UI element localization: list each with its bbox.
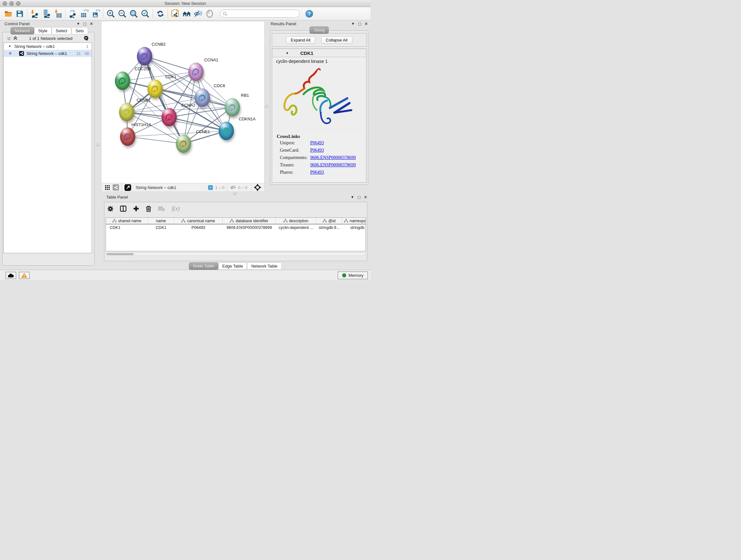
column-header-namespace[interactable]: namespace bbox=[342, 218, 366, 224]
left-splitter-handle[interactable] bbox=[96, 143, 100, 146]
help-button[interactable]: ? bbox=[306, 10, 313, 17]
table-cell[interactable]: stringdb bbox=[342, 225, 366, 231]
collapse-all-button[interactable]: Collapse All bbox=[321, 37, 352, 44]
panel-float-icon[interactable]: ▢ bbox=[358, 22, 361, 25]
network-options-gear-icon[interactable] bbox=[84, 36, 89, 41]
network-node-CCNE1[interactable] bbox=[176, 134, 191, 153]
selected-checkbox[interactable]: ✓ bbox=[208, 185, 213, 190]
delete-column-icon[interactable] bbox=[146, 206, 151, 212]
zoom-fit-button[interactable] bbox=[128, 8, 139, 19]
network-node-CDKN1A[interactable] bbox=[219, 122, 234, 140]
toolbar-separator bbox=[152, 9, 153, 18]
add-column-icon[interactable] bbox=[133, 206, 139, 212]
column-header-name[interactable]: name bbox=[148, 218, 174, 224]
show-hide-graphics-button[interactable] bbox=[192, 8, 204, 19]
network-canvas[interactable]: CCNB2CCNA1CDC25BCDK1CDC6RB1CCNB1CCNA2CDK… bbox=[102, 21, 264, 183]
tab-edge-table[interactable]: Edge Table bbox=[218, 262, 247, 270]
panel-close-icon[interactable]: ✕ bbox=[90, 22, 93, 26]
tab-node-table[interactable]: Node Table bbox=[189, 262, 218, 270]
panel-menu-icon[interactable]: ▼ bbox=[351, 195, 354, 199]
network-node-CCNA2[interactable] bbox=[161, 108, 177, 126]
zoom-out-button[interactable] bbox=[117, 8, 128, 19]
export-table-button[interactable] bbox=[78, 8, 90, 19]
panel-close-icon[interactable]: ✕ bbox=[364, 195, 367, 199]
import-network-database-button[interactable] bbox=[41, 8, 52, 19]
export-image-button[interactable] bbox=[90, 8, 102, 19]
network-node-CCNB1[interactable] bbox=[119, 103, 134, 121]
cdk1-section-header[interactable]: ▼ CDK1 bbox=[272, 49, 366, 57]
memory-button[interactable]: Memory bbox=[338, 271, 368, 279]
network-node-CCNA1[interactable] bbox=[188, 63, 204, 81]
crosslink-link[interactable]: P06493 bbox=[310, 148, 324, 153]
section-collapse-icon[interactable]: ▼ bbox=[286, 51, 289, 55]
birds-eye-view-button[interactable] bbox=[204, 8, 215, 19]
new-network-from-selection-button[interactable] bbox=[170, 8, 181, 19]
crosslink-link[interactable]: P06493 bbox=[310, 170, 324, 175]
share-view-icon[interactable] bbox=[113, 184, 119, 191]
tab-string-results[interactable]: String bbox=[310, 26, 329, 34]
control-panel: Control Panel ▼ ▢ ✕ Network Style Select… bbox=[2, 21, 95, 266]
network-node-HIST1H1A[interactable] bbox=[120, 127, 135, 146]
expand-all-networks-icon[interactable] bbox=[13, 36, 17, 41]
table-options-gear-icon[interactable] bbox=[108, 206, 113, 212]
panel-menu-icon[interactable]: ▼ bbox=[351, 22, 355, 25]
panel-close-icon[interactable]: ✕ bbox=[364, 22, 368, 26]
table-cell[interactable]: CDK1 bbox=[106, 225, 148, 231]
warnings-button[interactable] bbox=[19, 272, 30, 279]
column-header-description[interactable]: description bbox=[276, 218, 316, 224]
panel-float-icon[interactable]: ▢ bbox=[83, 22, 86, 25]
control-panel-tabs: Network Style Select Sets bbox=[10, 27, 88, 35]
panel-menu-icon[interactable]: ▼ bbox=[77, 22, 80, 25]
import-table-file-button[interactable] bbox=[52, 8, 64, 19]
column-header-shared-name[interactable]: shared name bbox=[106, 218, 148, 224]
network-node-CDC6[interactable] bbox=[195, 88, 210, 107]
show-columns-icon[interactable] bbox=[120, 206, 126, 212]
crosshair-icon[interactable] bbox=[254, 184, 261, 191]
first-neighbors-button[interactable] bbox=[181, 8, 192, 19]
cloud-status-button[interactable] bbox=[5, 272, 16, 279]
network-view-toolbar: String Network – cdk1 ✓ 1 – 0 0 – 0 bbox=[102, 183, 264, 192]
save-session-button[interactable] bbox=[14, 8, 25, 19]
expand-all-button[interactable]: Expand All bbox=[286, 37, 315, 44]
network-collection-row[interactable]: ▼ String Network – cdk1 1 bbox=[4, 43, 91, 50]
panel-float-icon[interactable]: ▢ bbox=[357, 195, 360, 199]
table-cell[interactable]: P06493 bbox=[174, 225, 223, 231]
column-header--id[interactable]: @id bbox=[316, 218, 342, 224]
search-input[interactable] bbox=[220, 10, 300, 17]
export-network-button[interactable] bbox=[67, 8, 78, 19]
hidden-eye-slash-icon[interactable] bbox=[230, 185, 236, 190]
column-header-database-identifier[interactable]: database identifier bbox=[223, 218, 276, 224]
tab-select[interactable]: Select bbox=[52, 27, 71, 35]
table-cell[interactable]: cyclin-dependent ... bbox=[276, 225, 316, 231]
zoom-in-button[interactable] bbox=[105, 8, 117, 19]
tab-sets[interactable]: Sets bbox=[71, 27, 88, 35]
tab-network[interactable]: Network bbox=[10, 27, 34, 35]
network-node-CDK1[interactable] bbox=[147, 79, 163, 98]
network-node-RB1[interactable] bbox=[225, 98, 240, 117]
network-row-selected[interactable]: String Network – cdk1 11 48 bbox=[4, 50, 91, 57]
tab-style[interactable]: Style bbox=[34, 27, 52, 35]
open-session-button[interactable] bbox=[3, 8, 14, 19]
view-grid-icon[interactable] bbox=[105, 185, 110, 190]
collapse-all-networks-icon[interactable] bbox=[7, 36, 11, 41]
import-network-file-button[interactable] bbox=[29, 8, 41, 19]
table-cell[interactable]: 9606.ENSP00000378699 bbox=[223, 225, 276, 231]
detach-view-icon[interactable] bbox=[125, 184, 131, 191]
zoom-selected-button[interactable] bbox=[139, 8, 151, 19]
import-table-icon bbox=[54, 9, 62, 18]
scrollbar-thumb[interactable] bbox=[107, 253, 134, 255]
crosslink-link[interactable]: P06493 bbox=[310, 140, 324, 145]
table-row[interactable]: CDK1CDK1P064939606.ENSP00000378699cyclin… bbox=[106, 225, 365, 231]
node-label-CCNB1: CCNB1 bbox=[137, 98, 151, 103]
network-node-CDC25B[interactable] bbox=[115, 71, 130, 90]
tab-network-table[interactable]: Network Table bbox=[247, 262, 281, 270]
collection-expand-icon[interactable]: ▼ bbox=[8, 45, 11, 48]
column-header-canonical-name[interactable]: canonical name bbox=[174, 218, 223, 224]
table-cell[interactable]: CDK1 bbox=[148, 225, 174, 231]
network-node-CCNB2[interactable] bbox=[137, 47, 152, 65]
crosslink-link[interactable]: 9606.ENSP00000378699 bbox=[310, 155, 356, 160]
refresh-button[interactable] bbox=[154, 8, 166, 19]
table-cell[interactable]: stringdb:9... bbox=[316, 225, 342, 231]
table-horizontal-scrollbar[interactable] bbox=[106, 253, 366, 256]
crosslink-link[interactable]: 9606.ENSP00000378699 bbox=[310, 163, 356, 168]
